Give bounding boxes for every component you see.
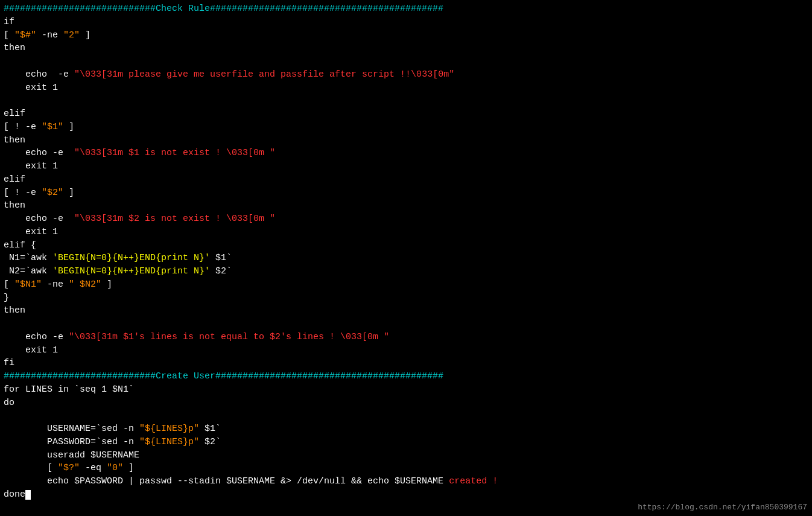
code-line: do xyxy=(4,397,808,410)
code-line: echo -e "\033[31m $2 is not exist ! \033… xyxy=(4,212,808,226)
code-line: [ "$N1" -ne " $N2" ] xyxy=(4,278,808,291)
code-line: [ ! -e "$1" ] xyxy=(4,121,808,134)
code-line: PASSWORD=`sed -n "${LINES}p" $2` xyxy=(4,436,808,449)
code-line: exit 1 xyxy=(4,226,808,239)
code-line: [ "$#" -ne "2" ] xyxy=(4,29,808,42)
code-line: N1=`awk 'BEGIN{N=0}{N++}END{print N}' $1… xyxy=(4,252,808,265)
code-display: ############################Check Rule##… xyxy=(4,2,808,502)
code-line: then xyxy=(4,304,808,317)
code-line: then xyxy=(4,42,808,55)
code-line: } xyxy=(4,291,808,305)
url-label: https://blog.csdn.net/yifan850399167 xyxy=(638,502,807,514)
code-line xyxy=(4,409,808,422)
code-line: USERNAME=`sed -n "${LINES}p" $1` xyxy=(4,422,808,436)
code-line: exit 1 xyxy=(4,160,808,173)
code-line: ############################Check Rule##… xyxy=(4,2,808,16)
code-line: N2=`awk 'BEGIN{N=0}{N++}END{print N}' $2… xyxy=(4,265,808,278)
code-line: fi xyxy=(4,357,808,370)
code-line: [ ! -e "$2" ] xyxy=(4,186,808,200)
code-line: exit 1 xyxy=(4,344,808,357)
code-line: if xyxy=(4,16,808,29)
code-line: useradd $USERNAME xyxy=(4,449,808,462)
terminal-cursor xyxy=(25,490,31,500)
code-line: elif xyxy=(4,173,808,186)
code-line: for LINES in `seq 1 $N1` xyxy=(4,383,808,397)
code-line: echo -e "\033[31m please give me userfil… xyxy=(4,68,808,81)
code-line: [ "$?" -eq "0" ] xyxy=(4,462,808,475)
code-line: done xyxy=(4,488,808,502)
code-line: exit 1 xyxy=(4,81,808,95)
code-line xyxy=(4,317,808,331)
code-line: then xyxy=(4,199,808,212)
code-line: elif xyxy=(4,107,808,121)
code-line: echo -e "\033[31m $1 is not exist ! \033… xyxy=(4,147,808,160)
code-line: then xyxy=(4,134,808,147)
code-line: ############################Create User#… xyxy=(4,370,808,383)
code-line xyxy=(4,55,808,68)
code-line xyxy=(4,94,808,107)
code-line: elif { xyxy=(4,239,808,252)
code-line: echo -e "\033[31m $1's lines is not equa… xyxy=(4,331,808,344)
code-line: echo $PASSWORD | passwd --stadin $USERNA… xyxy=(4,475,808,488)
